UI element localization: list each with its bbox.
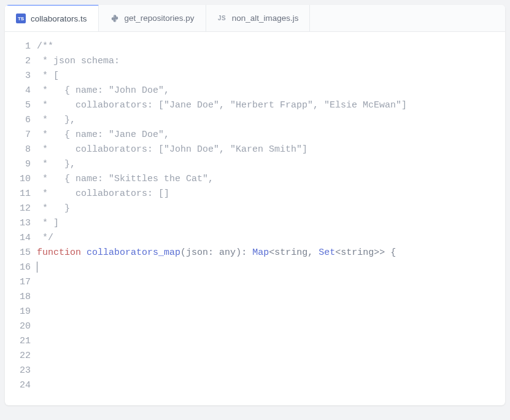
code-token: * { name: "John Doe", bbox=[37, 85, 169, 96]
code-line[interactable]: * collaborators: ["Jane Doe", "Herbert F… bbox=[37, 98, 505, 113]
code-token: json bbox=[186, 247, 208, 258]
code-line[interactable]: * json schema: bbox=[37, 54, 505, 69]
line-number: 4 bbox=[5, 84, 31, 98]
code-token: /** bbox=[37, 41, 53, 52]
code-token: , bbox=[307, 247, 319, 258]
code-token: Set bbox=[319, 247, 335, 258]
tab-label: non_alt_images.js bbox=[232, 14, 299, 23]
code-token: * json schema: bbox=[37, 56, 120, 66]
code-line[interactable]: function collaborators_map(json: any): M… bbox=[37, 246, 505, 260]
code-token: * { name: "Skittles the Cat", bbox=[37, 174, 214, 184]
code-token: * ] bbox=[37, 218, 59, 228]
line-number: 17 bbox=[5, 275, 31, 290]
code-line[interactable]: * }, bbox=[37, 113, 505, 128]
line-number: 18 bbox=[5, 290, 31, 305]
code-line[interactable] bbox=[37, 334, 505, 349]
code-token: collaborators_map bbox=[87, 247, 180, 258]
code-token: function bbox=[37, 247, 81, 258]
line-number-gutter: 123456789101112131415161718192021222324 bbox=[5, 39, 37, 393]
code-line[interactable] bbox=[37, 349, 505, 364]
code-token: * { name: "Jane Doe", bbox=[37, 130, 169, 140]
code-line[interactable]: * { name: "John Doe", bbox=[37, 84, 505, 98]
code-line[interactable]: * }, bbox=[37, 157, 505, 172]
code-token: string bbox=[341, 247, 374, 258]
code-token: * [ bbox=[37, 71, 59, 81]
line-number: 12 bbox=[5, 201, 31, 216]
code-token bbox=[81, 247, 87, 258]
code-line[interactable]: * } bbox=[37, 201, 505, 216]
code-line[interactable] bbox=[37, 319, 505, 334]
line-number: 21 bbox=[5, 334, 31, 349]
code-editor[interactable]: 123456789101112131415161718192021222324 … bbox=[5, 32, 505, 400]
code-line[interactable]: /** bbox=[37, 39, 505, 54]
line-number: 3 bbox=[5, 69, 31, 84]
code-token: * collaborators: [] bbox=[37, 189, 169, 199]
tab-label: collaborators.ts bbox=[31, 14, 87, 23]
code-line[interactable]: */ bbox=[37, 231, 505, 246]
code-token: */ bbox=[37, 233, 53, 243]
line-number: 23 bbox=[5, 364, 31, 378]
line-number: 8 bbox=[5, 142, 31, 157]
line-number: 5 bbox=[5, 98, 31, 113]
code-token: ( bbox=[180, 247, 186, 258]
code-line[interactable] bbox=[37, 260, 505, 275]
code-content[interactable]: /** * json schema: * [ * { name: "John D… bbox=[37, 39, 505, 393]
code-token: ): bbox=[236, 247, 252, 258]
python-icon bbox=[110, 14, 120, 23]
code-line[interactable] bbox=[37, 378, 505, 393]
line-number: 11 bbox=[5, 187, 31, 201]
line-number: 22 bbox=[5, 349, 31, 364]
code-line[interactable] bbox=[37, 275, 505, 290]
line-number: 1 bbox=[5, 39, 31, 54]
text-cursor bbox=[37, 262, 37, 273]
line-number: 13 bbox=[5, 216, 31, 231]
code-token: Map bbox=[252, 247, 269, 258]
javascript-icon: JS bbox=[217, 14, 227, 23]
file-tab[interactable]: get_repositories.py bbox=[99, 5, 206, 31]
line-number: 7 bbox=[5, 128, 31, 142]
code-line[interactable]: * { name: "Skittles the Cat", bbox=[37, 172, 505, 187]
code-line[interactable] bbox=[37, 290, 505, 305]
line-number: 2 bbox=[5, 54, 31, 69]
code-token: < bbox=[269, 247, 274, 258]
line-number: 24 bbox=[5, 378, 31, 393]
code-line[interactable]: * collaborators: ["John Doe", "Karen Smi… bbox=[37, 142, 505, 157]
code-token: * }, bbox=[37, 115, 75, 125]
editor-panel: TScollaborators.tsget_repositories.pyJSn… bbox=[5, 5, 505, 405]
line-number: 19 bbox=[5, 305, 31, 319]
code-token: * }, bbox=[37, 159, 75, 169]
code-token: string bbox=[274, 247, 307, 258]
line-number: 6 bbox=[5, 113, 31, 128]
code-token: * collaborators: ["Jane Doe", "Herbert F… bbox=[37, 100, 407, 111]
code-token: : bbox=[208, 247, 219, 258]
code-line[interactable] bbox=[37, 305, 505, 319]
code-line[interactable]: * collaborators: [] bbox=[37, 187, 505, 201]
typescript-icon: TS bbox=[16, 14, 26, 23]
line-number: 20 bbox=[5, 319, 31, 334]
code-token: * collaborators: ["John Doe", "Karen Smi… bbox=[37, 144, 307, 155]
code-line[interactable]: * [ bbox=[37, 69, 505, 84]
code-token: >> { bbox=[374, 247, 396, 258]
file-tab[interactable]: TScollaborators.ts bbox=[5, 5, 99, 31]
code-line[interactable]: * { name: "Jane Doe", bbox=[37, 128, 505, 142]
file-tab[interactable]: JSnon_alt_images.js bbox=[206, 5, 311, 31]
code-token: * } bbox=[37, 203, 70, 214]
code-token: any bbox=[219, 247, 236, 258]
line-number: 9 bbox=[5, 157, 31, 172]
line-number: 16 bbox=[5, 260, 31, 275]
tab-label: get_repositories.py bbox=[125, 14, 195, 23]
code-line[interactable]: * ] bbox=[37, 216, 505, 231]
line-number: 10 bbox=[5, 172, 31, 187]
line-number: 15 bbox=[5, 246, 31, 260]
code-token: < bbox=[335, 247, 341, 258]
line-number: 14 bbox=[5, 231, 31, 246]
tab-bar: TScollaborators.tsget_repositories.pyJSn… bbox=[5, 5, 505, 32]
code-line[interactable] bbox=[37, 364, 505, 378]
